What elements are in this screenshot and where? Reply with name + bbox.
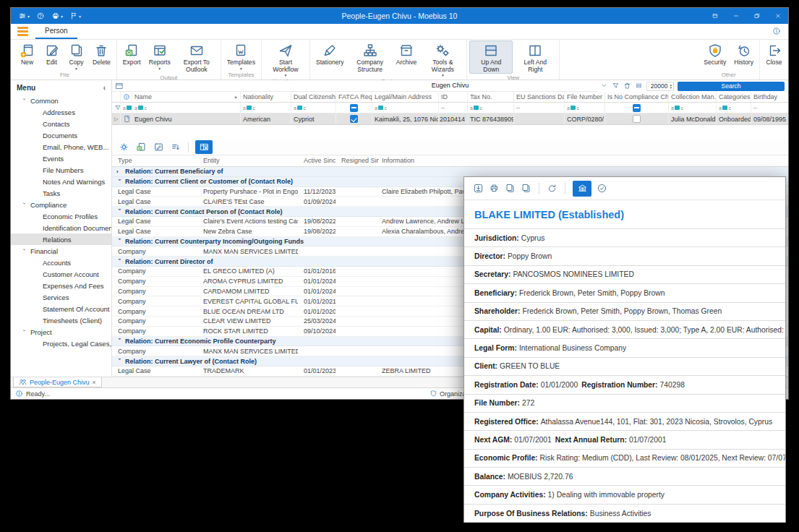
- sidebar-item-email-phone-web-[interactable]: Email, Phone, WEB...: [11, 141, 111, 153]
- gear-button[interactable]: [119, 142, 129, 153]
- sidebar-section-financial[interactable]: ›Financial: [11, 245, 111, 257]
- filter-cell[interactable]: [336, 103, 372, 113]
- funnel-button[interactable]: [612, 80, 620, 93]
- templates-button[interactable]: Templates▾: [223, 40, 259, 71]
- sidebar-item-tasks[interactable]: Tasks: [11, 187, 111, 199]
- copy-button[interactable]: [505, 183, 516, 194]
- export-button[interactable]: Export: [119, 40, 145, 74]
- bank-button[interactable]: [573, 181, 591, 197]
- column-header-birthday[interactable]: Birthday: [751, 92, 788, 102]
- new-button[interactable]: New: [15, 40, 39, 71]
- filter-cell[interactable]: ac: [291, 103, 336, 113]
- sidebar-item-documents[interactable]: Documents: [11, 129, 111, 141]
- sidebar-item-events[interactable]: Events: [11, 153, 111, 164]
- hamburger-menu-button[interactable]: [11, 24, 35, 39]
- quick-access-help-button[interactable]: [36, 12, 45, 20]
- filter-cell[interactable]: [112, 103, 121, 113]
- sidebar-item-notes-and-warnings[interactable]: Notes And Warnings: [11, 176, 111, 187]
- person-row-eugen-chivu[interactable]: ▷Eugen ChivuAmericanCypriotKaimakli, 25,…: [112, 113, 788, 125]
- start-workflow-button[interactable]: Start Workflow▾: [264, 40, 307, 77]
- sidebar-item-file-numbers[interactable]: File Numbers: [11, 164, 111, 176]
- filter-cell[interactable]: ac: [372, 103, 439, 113]
- company-structure-button[interactable]: Company Structure: [349, 40, 392, 77]
- search-button[interactable]: Search: [678, 82, 785, 91]
- minimize-button[interactable]: [725, 8, 746, 24]
- close-button[interactable]: [767, 8, 788, 24]
- sidebar-section-project[interactable]: ›Project: [11, 326, 111, 338]
- edit-button[interactable]: Edit: [40, 40, 64, 71]
- checkbox-indeterminate[interactable]: [633, 104, 641, 112]
- sidebar-item-relations[interactable]: Relations: [11, 233, 111, 245]
- up-and-down-button[interactable]: Up And Down: [469, 40, 513, 74]
- column-header-is-no-compliance-che-[interactable]: Is No Compliance Che...: [605, 92, 669, 102]
- column-header-eu-sanctions-date[interactable]: EU Sanctions Date: [514, 92, 565, 102]
- spinner-arrows-icon[interactable]: ▴▾: [670, 83, 672, 89]
- sidebar-item-projects-legal-cases-sales-[interactable]: Projects, Legal Cases, Sales...: [11, 338, 111, 349]
- filter-cell[interactable]: ac: [132, 103, 241, 113]
- tools-wizards-button[interactable]: Tools & Wizards▾: [421, 40, 464, 77]
- sidebar-item-customer-account[interactable]: Customer Account: [11, 268, 111, 280]
- export-to-outlook-button[interactable]: Export To Outlook: [175, 40, 218, 74]
- filter-cell[interactable]: ac: [565, 103, 605, 113]
- filter-cell[interactable]: ac: [468, 103, 514, 113]
- stationery-button[interactable]: Stationery: [312, 40, 348, 77]
- column-header-legal-main-address[interactable]: Legal/Main Address: [372, 92, 439, 102]
- column-header-fatca-req-[interactable]: FATCA Req...: [336, 92, 372, 102]
- sidebar-item-addresses[interactable]: Addresses: [11, 106, 111, 118]
- archive-button[interactable]: Archive: [393, 40, 421, 77]
- reports-button[interactable]: Reports▾: [145, 40, 174, 74]
- column-header-col0[interactable]: [112, 92, 121, 102]
- left-and-right-button[interactable]: Left And Right: [513, 40, 557, 74]
- columns-button[interactable]: [635, 80, 643, 93]
- column-header-tax-no-[interactable]: Tax No.: [468, 92, 514, 102]
- filter-cell[interactable]: –: [751, 103, 788, 113]
- filter-cell[interactable]: ac: [717, 103, 751, 113]
- sidebar-item-services[interactable]: Services: [11, 291, 111, 303]
- sortlines-button[interactable]: [171, 142, 181, 153]
- info-icon[interactable]: [772, 27, 781, 35]
- quick-access-flag-button[interactable]: ▾: [69, 12, 81, 20]
- sidebar-item-expenses-and-fees[interactable]: Expenses And Fees: [11, 280, 111, 291]
- window-button[interactable]: [704, 8, 725, 24]
- relations-column-type[interactable]: Type: [112, 155, 197, 166]
- checkbox-indeterminate[interactable]: [350, 104, 358, 112]
- column-header-nationality[interactable]: Nationality: [241, 92, 291, 102]
- sidebar-section-common[interactable]: ›Common: [11, 95, 111, 106]
- tab-person[interactable]: Person: [35, 24, 77, 39]
- close-tab-icon[interactable]: ×: [93, 379, 96, 386]
- print-button[interactable]: [489, 183, 500, 194]
- relations-column-information[interactable]: Information: [379, 155, 788, 166]
- restore-button[interactable]: [746, 8, 767, 24]
- column-header-id[interactable]: ID: [439, 92, 468, 102]
- excel-button[interactable]: [136, 142, 147, 153]
- close-button[interactable]: Close: [762, 40, 786, 71]
- history-button[interactable]: History: [730, 40, 757, 71]
- filter-cell[interactable]: ac: [669, 103, 717, 113]
- document-tab-people-eugen-chivu[interactable]: People-Eugen Chivu×: [13, 377, 102, 387]
- sidebar-item-contacts[interactable]: Contacts: [11, 118, 111, 129]
- relations-column-entity[interactable]: Entity: [197, 155, 298, 166]
- quick-access-settings-button[interactable]: ▾: [18, 12, 30, 20]
- sidebar-item-timesheets-client-[interactable]: Timesheets (Client): [11, 314, 111, 326]
- filter-cell[interactable]: ac: [241, 103, 291, 113]
- column-header-file-number[interactable]: File Number: [565, 92, 605, 102]
- relation-group-row[interactable]: ›Relation: Current Beneficiary of: [112, 167, 788, 177]
- column-header-collection-man-[interactable]: Collection Man...: [669, 92, 717, 102]
- quick-access-print-button[interactable]: ▾: [51, 12, 63, 20]
- refresh-button[interactable]: [547, 183, 557, 194]
- column-header-categories[interactable]: Categories: [717, 92, 751, 102]
- sidebar-collapse-icon[interactable]: ‹: [103, 84, 106, 92]
- filter-cell[interactable]: –: [439, 103, 468, 113]
- delete-button[interactable]: Delete: [89, 40, 114, 71]
- relations-column-active-since[interactable]: Active Since: [298, 155, 336, 166]
- sidebar-item-statement-of-account[interactable]: Statement Of Account: [11, 303, 111, 314]
- copy-button[interactable]: [521, 183, 531, 194]
- filter-cell[interactable]: ac: [121, 103, 132, 113]
- copy-button[interactable]: Copy▾: [64, 40, 88, 71]
- filter-cell[interactable]: [605, 103, 669, 113]
- column-header-col1[interactable]: [121, 92, 132, 102]
- check-circle-button[interactable]: [597, 183, 607, 194]
- download-button[interactable]: [473, 183, 484, 194]
- checkbox-checked[interactable]: [350, 115, 358, 123]
- sidebar-item-accounts[interactable]: Accounts: [11, 257, 111, 268]
